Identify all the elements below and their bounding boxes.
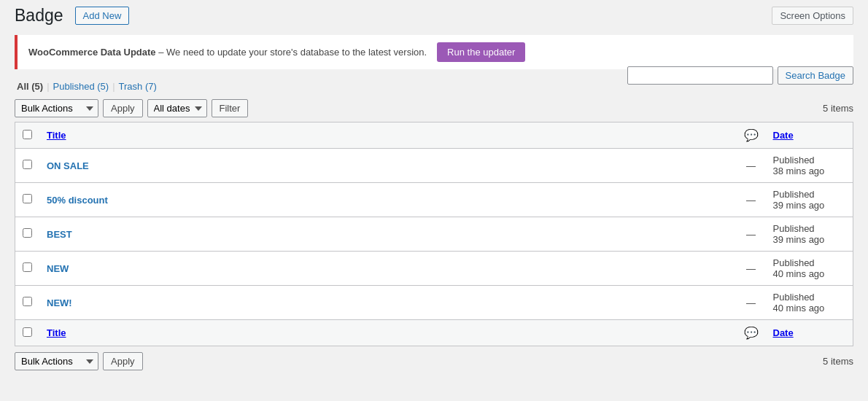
row-date-cell: Published 40 mins ago [766, 286, 853, 320]
row-checkbox-4[interactable] [23, 297, 32, 306]
row-checkbox-cell [15, 217, 40, 252]
row-title-link-0[interactable]: ON SALE [47, 160, 89, 171]
row-title-link-1[interactable]: 50% discount [47, 195, 108, 206]
row-title-cell: 50% discount [39, 183, 737, 217]
subsubsub: All (5) | Published (5) | Trash (7) [15, 77, 159, 95]
filter-published-link[interactable]: Published (5) [51, 81, 112, 92]
th-title-link[interactable]: Title [47, 130, 66, 141]
th-date: Date [766, 122, 853, 149]
row-date-time: 40 mins ago [773, 303, 825, 314]
table-row: NEW! — Published 40 mins ago [15, 286, 853, 320]
comment-icon: 💬 [744, 128, 759, 142]
notice-box: WooCommerce Data Update – We need to upd… [15, 35, 853, 69]
tfoot-title-link[interactable]: Title [47, 327, 66, 338]
row-comments-value: — [746, 195, 756, 206]
row-title-cell: BEST [39, 217, 737, 252]
row-date-cell: Published 40 mins ago [766, 252, 853, 286]
row-title-cell: NEW [39, 252, 737, 286]
row-comments-cell: — [737, 217, 766, 252]
table-body: ON SALE — Published 38 mins ago 50% disc… [15, 149, 853, 320]
filter-all-link[interactable]: All (5) [15, 81, 45, 92]
row-date-status: Published [773, 189, 815, 200]
row-comments-cell: — [737, 183, 766, 217]
row-date-cell: Published 39 mins ago [766, 217, 853, 252]
search-badge-button[interactable]: Search Badge [778, 66, 853, 85]
row-checkbox-3[interactable] [23, 262, 32, 272]
row-title-link-4[interactable]: NEW! [47, 297, 72, 308]
row-comments-cell: — [737, 149, 766, 183]
row-checkbox-cell [15, 149, 40, 183]
tfoot-comments: 💬 [737, 320, 766, 346]
tfoot-checkbox [15, 320, 40, 346]
row-title-link-3[interactable]: NEW [47, 263, 69, 274]
row-comments-value: — [746, 263, 756, 274]
items-count-bottom: 5 items [823, 356, 853, 367]
notice-body: – We need to update your store's databas… [156, 47, 427, 58]
row-title-link-2[interactable]: BEST [47, 229, 72, 240]
add-new-button[interactable]: Add New [75, 7, 130, 25]
tfoot-date: Date [766, 320, 853, 346]
table-footer-row: Title 💬 Date [15, 320, 853, 346]
row-date-cell: Published 39 mins ago [766, 183, 853, 217]
page-wrapper: Badge Add New Screen Options WooCommerce… [0, 0, 868, 401]
tfoot-comment-icon: 💬 [744, 326, 759, 340]
screen-options-button[interactable]: Screen Options [772, 7, 853, 25]
row-date-status: Published [773, 292, 815, 303]
th-date-link[interactable]: Date [773, 130, 794, 141]
th-title: Title [39, 122, 737, 149]
apply-button-top[interactable]: Apply [103, 99, 143, 117]
row-comments-value: — [746, 229, 756, 240]
row-checkbox-2[interactable] [23, 228, 32, 238]
dates-select[interactable]: All dates [147, 99, 207, 117]
page-title: Badge [15, 6, 63, 26]
tablenav-bottom: Bulk Actions Edit Move to Trash Apply 5 … [15, 348, 853, 373]
badges-table: Title 💬 Date [15, 122, 853, 346]
select-all-checkbox-bottom[interactable] [23, 327, 32, 337]
row-checkbox-cell [15, 252, 40, 286]
bulk-actions-select-bottom[interactable]: Bulk Actions Edit Move to Trash [15, 352, 98, 370]
apply-button-bottom[interactable]: Apply [103, 352, 143, 370]
row-date-status: Published [773, 223, 815, 234]
select-all-checkbox-top[interactable] [23, 130, 32, 139]
th-checkbox [15, 122, 40, 149]
row-date-time: 39 mins ago [773, 234, 825, 245]
tfoot-title: Title [39, 320, 737, 346]
bulk-actions-select-top[interactable]: Bulk Actions Edit Move to Trash [15, 99, 98, 117]
row-checkbox-cell [15, 183, 40, 217]
th-comments: 💬 [737, 122, 766, 149]
filter-trash-link[interactable]: Trash (7) [117, 81, 159, 92]
table-row: NEW — Published 40 mins ago [15, 252, 853, 286]
row-comments-cell: — [737, 252, 766, 286]
items-count-top: 5 items [823, 103, 853, 114]
content-area: All (5) | Published (5) | Trash (7) Sear… [0, 77, 868, 373]
row-date-cell: Published 38 mins ago [766, 149, 853, 183]
row-date-status: Published [773, 257, 815, 268]
table-row: BEST — Published 39 mins ago [15, 217, 853, 252]
row-title-cell: ON SALE [39, 149, 737, 183]
search-badge-row: Search Badge [627, 66, 853, 85]
row-checkbox-cell [15, 286, 40, 320]
notice-strong: WooCommerce Data Update [28, 47, 156, 58]
page-header: Badge Add New Screen Options [0, 0, 868, 31]
tfoot-date-link[interactable]: Date [773, 327, 794, 338]
notice-text: WooCommerce Data Update – We need to upd… [28, 47, 427, 58]
run-updater-button[interactable]: Run the updater [437, 42, 525, 62]
table-header-row: Title 💬 Date [15, 122, 853, 149]
row-checkbox-1[interactable] [23, 194, 32, 203]
row-date-status: Published [773, 155, 815, 166]
filter-button[interactable]: Filter [212, 99, 249, 117]
row-date-time: 39 mins ago [773, 200, 825, 211]
row-comments-value: — [746, 297, 756, 308]
row-title-cell: NEW! [39, 286, 737, 320]
search-badge-input[interactable] [627, 66, 773, 85]
table-row: ON SALE — Published 38 mins ago [15, 149, 853, 183]
row-comments-cell: — [737, 286, 766, 320]
row-checkbox-0[interactable] [23, 160, 32, 169]
row-date-time: 38 mins ago [773, 166, 825, 176]
table-row: 50% discount — Published 39 mins ago [15, 183, 853, 217]
row-comments-value: — [746, 160, 756, 171]
tablenav-top: Bulk Actions Edit Move to Trash Apply Al… [15, 96, 853, 120]
row-date-time: 40 mins ago [773, 268, 825, 279]
